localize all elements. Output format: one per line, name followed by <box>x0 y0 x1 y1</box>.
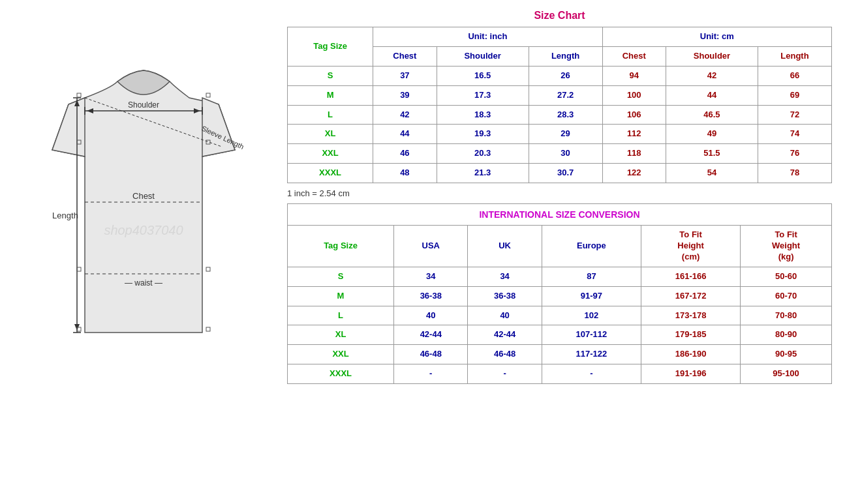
tag-size-val: S <box>288 66 373 85</box>
conv-height-val: 173-178 <box>641 306 740 325</box>
tshirt-diagram: Shoulder Sleeve Length Chest Length — wa… <box>33 20 254 385</box>
conv-uk-val: 42-44 <box>468 325 542 345</box>
size-chart-row: XL 44 19.3 29 112 49 74 <box>288 125 832 144</box>
conv-weight-header: To FitWeight(kg) <box>741 226 832 267</box>
cm-length-header: Length <box>758 46 831 66</box>
tag-size-val: XXXL <box>288 164 373 183</box>
chest-cm-val: 106 <box>602 105 666 125</box>
svg-rect-20 <box>206 327 210 331</box>
length-cm-val: 69 <box>758 85 831 105</box>
length-cm-val: 74 <box>758 125 831 144</box>
unit-inch-header: Unit: inch <box>373 27 602 47</box>
conversion-row: XL 42-44 42-44 107-112 179-185 80-90 <box>288 325 832 345</box>
conv-weight-val: 90-95 <box>741 345 832 364</box>
chest-inch-val: 39 <box>373 85 437 105</box>
chest-cm-val: 94 <box>602 66 666 85</box>
conv-usa-val: 46-48 <box>394 345 468 364</box>
conv-usa-val: 40 <box>394 306 468 325</box>
conversion-table: Tag Size USA UK Europe To FitHeight(cm) … <box>287 225 832 384</box>
conv-height-header: To FitHeight(cm) <box>641 226 740 267</box>
chest-cm-val: 112 <box>602 125 666 144</box>
conv-tag-val: L <box>288 306 394 325</box>
shoulder-inch-val: 20.3 <box>437 144 529 164</box>
shoulder-cm-val: 44 <box>666 85 758 105</box>
tag-size-val: XL <box>288 125 373 144</box>
tag-size-val: M <box>288 85 373 105</box>
conv-weight-val: 70-80 <box>741 306 832 325</box>
svg-rect-16 <box>206 267 210 271</box>
size-chart-row: XXXL 48 21.3 30.7 122 54 78 <box>288 164 832 183</box>
right-panel: Size Chart Tag Size Unit: inch Unit: cm … <box>281 7 838 393</box>
svg-rect-18 <box>206 93 210 97</box>
conv-height-val: 179-185 <box>641 325 740 345</box>
size-chart-title: Size Chart <box>287 10 832 22</box>
conv-uk-val: - <box>468 364 542 384</box>
length-inch-val: 27.2 <box>529 85 602 105</box>
conv-europe-val: - <box>542 364 641 384</box>
tag-size-val: L <box>288 105 373 125</box>
conversion-row: XXXL - - - 191-196 95-100 <box>288 364 832 384</box>
conv-height-val: 186-190 <box>641 345 740 364</box>
conv-tag-val: XXXL <box>288 364 394 384</box>
conversion-title: INTERNATIONAL SIZE CONVERSION <box>287 203 832 225</box>
chest-inch-val: 44 <box>373 125 437 144</box>
shoulder-cm-val: 49 <box>666 125 758 144</box>
note-text: 1 inch = 2.54 cm <box>287 188 832 198</box>
conversion-row: M 36-38 36-38 91-97 167-172 60-70 <box>288 286 832 306</box>
inch-shoulder-header: Shoulder <box>437 46 529 66</box>
conv-usa-header: USA <box>394 226 468 267</box>
shoulder-inch-val: 18.3 <box>437 105 529 125</box>
conv-europe-val: 117-122 <box>542 345 641 364</box>
length-cm-val: 66 <box>758 66 831 85</box>
conversion-row: S 34 34 87 161-166 50-60 <box>288 267 832 286</box>
chest-cm-val: 118 <box>602 144 666 164</box>
tag-size-header: Tag Size <box>288 27 373 67</box>
size-chart-row: M 39 17.3 27.2 100 44 69 <box>288 85 832 105</box>
conv-height-val: 167-172 <box>641 286 740 306</box>
conv-tag-header: Tag Size <box>288 226 394 267</box>
conv-weight-val: 80-90 <box>741 325 832 345</box>
conv-europe-header: Europe <box>542 226 641 267</box>
length-cm-val: 72 <box>758 105 831 125</box>
shoulder-inch-val: 21.3 <box>437 164 529 183</box>
length-cm-val: 76 <box>758 144 831 164</box>
cm-shoulder-header: Shoulder <box>666 46 758 66</box>
diagram-panel: Shoulder Sleeve Length Chest Length — wa… <box>7 7 281 398</box>
length-inch-val: 29 <box>529 125 602 144</box>
size-chart-row: L 42 18.3 28.3 106 46.5 72 <box>288 105 832 125</box>
tag-size-val: XXL <box>288 144 373 164</box>
length-inch-val: 30 <box>529 144 602 164</box>
length-cm-val: 78 <box>758 164 831 183</box>
size-chart-table: Tag Size Unit: inch Unit: cm Chest Shoul… <box>287 27 832 183</box>
svg-text:Shoulder: Shoulder <box>128 100 159 110</box>
conv-height-val: 191-196 <box>641 364 740 384</box>
conv-uk-val: 36-38 <box>468 286 542 306</box>
shoulder-cm-val: 51.5 <box>666 144 758 164</box>
chest-inch-val: 42 <box>373 105 437 125</box>
chest-cm-val: 100 <box>602 85 666 105</box>
shoulder-inch-val: 19.3 <box>437 125 529 144</box>
svg-text:— waist —: — waist — <box>125 278 162 288</box>
size-chart-row: S 37 16.5 26 94 42 66 <box>288 66 832 85</box>
conv-europe-val: 91-97 <box>542 286 641 306</box>
length-inch-val: 28.3 <box>529 105 602 125</box>
conv-tag-val: M <box>288 286 394 306</box>
cm-chest-header: Chest <box>602 46 666 66</box>
chest-inch-val: 46 <box>373 144 437 164</box>
conv-usa-val: 42-44 <box>394 325 468 345</box>
inch-chest-header: Chest <box>373 46 437 66</box>
conv-europe-val: 107-112 <box>542 325 641 345</box>
conv-tag-val: XL <box>288 325 394 345</box>
conv-tag-val: XXL <box>288 345 394 364</box>
conv-usa-val: - <box>394 364 468 384</box>
svg-text:Chest: Chest <box>132 191 155 201</box>
svg-rect-17 <box>77 93 81 97</box>
conversion-row: L 40 40 102 173-178 70-80 <box>288 306 832 325</box>
conv-uk-val: 34 <box>468 267 542 286</box>
chest-inch-val: 37 <box>373 66 437 85</box>
svg-text:shop4037040: shop4037040 <box>104 223 183 237</box>
size-chart-row: XXL 46 20.3 30 118 51.5 76 <box>288 144 832 164</box>
chest-inch-val: 48 <box>373 164 437 183</box>
conv-europe-val: 102 <box>542 306 641 325</box>
shoulder-inch-val: 16.5 <box>437 66 529 85</box>
